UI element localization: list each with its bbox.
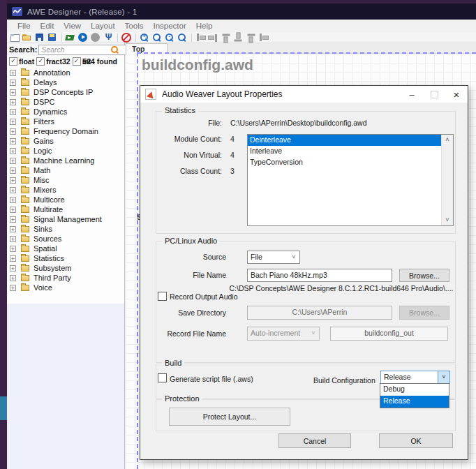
tree-item[interactable]: + Sources [7, 234, 124, 244]
protect-layout-button[interactable]: Protect Layout... [169, 408, 290, 426]
zoom-out-icon[interactable]: - [165, 33, 175, 43]
align-right-icon[interactable] [208, 33, 218, 43]
expand-plus-icon[interactable]: + [10, 187, 16, 193]
scroll-down-icon[interactable]: ˅ [442, 215, 453, 225]
chevron-down-icon: ˅ [288, 251, 299, 263]
expand-plus-icon[interactable]: + [10, 246, 16, 252]
tree-item[interactable]: + Multicore [7, 195, 124, 204]
zoom-in-icon[interactable]: + [140, 33, 150, 43]
tree-item[interactable]: + Dynamics [7, 107, 124, 117]
checkbox-icon[interactable]: ✓ [36, 57, 45, 66]
expand-plus-icon[interactable]: + [10, 265, 16, 271]
record-output-checkbox[interactable] [158, 292, 167, 301]
ok-button[interactable]: OK [379, 433, 453, 448]
zoom-selection-icon[interactable] [152, 33, 163, 43]
expand-plus-icon[interactable]: + [10, 255, 16, 262]
menu-item[interactable]: Help [191, 21, 218, 31]
expand-plus-icon[interactable]: + [10, 128, 16, 135]
tree-item[interactable]: + Third Party [7, 273, 124, 283]
dropdown-option[interactable]: Debug [380, 384, 449, 396]
open-folder-icon[interactable] [22, 33, 33, 43]
expand-plus-icon[interactable]: + [10, 207, 16, 213]
tree-item[interactable]: + Subsystem [7, 263, 124, 273]
expand-plus-icon[interactable]: + [10, 109, 16, 115]
menu-item[interactable]: Tools [120, 21, 149, 31]
tree-item[interactable]: + Machine Learning [7, 156, 124, 165]
distribute-horizontal-icon[interactable] [246, 32, 256, 43]
connect-target-icon[interactable] [66, 33, 76, 43]
build-config-combo[interactable]: Release ˅ [380, 371, 450, 384]
expand-plus-icon[interactable]: + [10, 148, 16, 154]
expand-plus-icon[interactable]: + [10, 80, 16, 86]
expand-plus-icon[interactable]: + [10, 99, 16, 105]
play-icon[interactable] [78, 33, 89, 43]
expand-plus-icon[interactable]: + [10, 216, 16, 223]
checkbox-icon[interactable]: ✓ [9, 57, 17, 66]
save-as-icon[interactable] [47, 33, 58, 43]
tree-item[interactable]: + Signal Management [7, 214, 124, 224]
tree-item[interactable]: + Math [7, 165, 124, 175]
generate-script-checkbox[interactable] [158, 373, 167, 382]
search-icon[interactable] [110, 45, 119, 54]
minimize-icon[interactable]: – [401, 86, 423, 103]
expand-plus-icon[interactable]: + [10, 89, 16, 96]
distribute-vertical-icon[interactable] [258, 33, 269, 43]
expand-plus-icon[interactable]: + [10, 119, 16, 125]
module-class-item[interactable]: Deinterleave [248, 135, 441, 146]
tree-item[interactable]: + Spatial [7, 244, 124, 253]
align-bottom-icon[interactable] [234, 32, 244, 43]
module-class-item[interactable]: Interleave [248, 146, 441, 157]
tree-item[interactable]: + Mixers [7, 185, 124, 195]
align-left-icon[interactable] [195, 33, 206, 43]
menu-item[interactable]: Inspector [148, 21, 191, 31]
browse-button[interactable]: Browse... [399, 269, 449, 282]
search-input[interactable] [38, 45, 134, 55]
expand-plus-icon[interactable]: + [10, 138, 16, 144]
close-icon[interactable]: × [445, 86, 468, 103]
expand-plus-icon[interactable]: + [10, 197, 16, 203]
menu-item[interactable]: Edit [36, 21, 59, 31]
scroll-up-icon[interactable]: ˄ [442, 135, 453, 145]
checkbox-icon[interactable]: ✓ [73, 57, 81, 66]
no-highlight-icon[interactable] [121, 33, 132, 43]
tree-item[interactable]: + Filters [7, 117, 124, 126]
tree-item[interactable]: + DSPC [7, 97, 124, 107]
tree-item[interactable]: + Multirate [7, 204, 124, 214]
expand-plus-icon[interactable]: + [10, 177, 16, 184]
tree-item[interactable]: + Logic [7, 146, 124, 156]
dropdown-option[interactable]: Release [380, 396, 449, 408]
expand-plus-icon[interactable]: + [10, 285, 16, 291]
source-combo[interactable]: File ˅ [247, 251, 300, 264]
profile-icon[interactable]: Ψ [103, 33, 114, 43]
tree-item[interactable]: + Sinks [7, 224, 124, 234]
expand-plus-icon[interactable]: + [10, 168, 16, 174]
save-icon[interactable] [35, 33, 45, 43]
cancel-button[interactable]: Cancel [278, 433, 351, 448]
file-name-input[interactable]: Bach Piano 48kHz.mp3 [247, 269, 392, 282]
tree-item[interactable]: + Delays [7, 77, 124, 87]
expand-plus-icon[interactable]: + [10, 158, 16, 164]
tree-item[interactable]: + Frequency Domain [7, 126, 124, 136]
tree-item[interactable]: + Voice [7, 283, 124, 292]
expand-plus-icon[interactable]: + [10, 226, 16, 232]
align-top-icon[interactable] [221, 32, 231, 43]
tree-item[interactable]: + Gains [7, 136, 124, 146]
expand-plus-icon[interactable]: + [10, 275, 16, 281]
menu-item[interactable]: View [59, 21, 86, 31]
type-filter[interactable]: ✓ fract32 [36, 57, 70, 66]
menu-item[interactable]: Layout [86, 21, 120, 31]
tree-item[interactable]: + Annotation [7, 68, 124, 77]
zoom-fit-icon[interactable] [177, 33, 188, 43]
tree-item[interactable]: + Statistics [7, 253, 124, 263]
maximize-icon[interactable] [423, 86, 445, 103]
listbox-scrollbar[interactable]: ˄ ˅ [441, 135, 453, 225]
menu-item[interactable]: File [13, 21, 36, 31]
expand-plus-icon[interactable]: + [10, 70, 16, 76]
new-window-icon[interactable] [10, 33, 20, 43]
expand-plus-icon[interactable]: + [10, 236, 16, 242]
stop-icon[interactable] [91, 33, 101, 43]
module-class-item[interactable]: TypeConversion [248, 157, 441, 168]
tree-item[interactable]: + DSP Concepts IP [7, 87, 124, 97]
tree-item[interactable]: + Misc [7, 175, 124, 185]
type-filter[interactable]: ✓ float [9, 57, 34, 66]
